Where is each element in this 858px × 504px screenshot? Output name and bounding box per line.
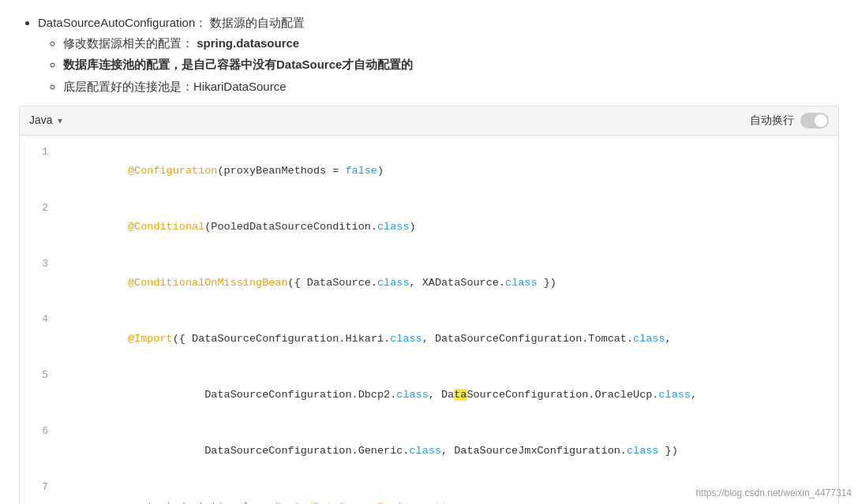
- code-text: protected static class PooledDataSourceC…: [64, 479, 460, 504]
- language-label: Java: [29, 111, 53, 130]
- line-number: 2: [29, 200, 48, 218]
- sub-item-2-text: 数据库连接池的配置，是自己容器中没有DataSource才自动配置的: [63, 58, 413, 71]
- chevron-down-icon: ▾: [58, 113, 62, 129]
- datasource-bold: spring.datasource: [197, 36, 299, 50]
- code-text: @Import({ DataSourceConfiguration.Hikari…: [64, 311, 672, 367]
- line-number: 5: [29, 367, 48, 385]
- code-line-5: 5 DataSourceConfiguration.Dbcp2.class, D…: [20, 367, 838, 423]
- code-body: 1 @Configuration(proxyBeanMethods = fals…: [20, 136, 838, 504]
- code-text: @Conditional(PooledDataSourceCondition.c…: [64, 200, 416, 256]
- code-block: Java ▾ 自动换行 1 @Configuration(proxyBeanMe…: [19, 106, 839, 504]
- sub-item-2: 数据库连接池的配置，是自己容器中没有DataSource才自动配置的: [63, 54, 839, 75]
- code-text: @ConditionalOnMissingBean({ DataSource.c…: [64, 256, 556, 312]
- auto-wrap-label: 自动换行: [750, 111, 794, 130]
- code-text: @Configuration(proxyBeanMethods = false): [64, 144, 384, 200]
- code-line-1: 1 @Configuration(proxyBeanMethods = fals…: [20, 144, 838, 200]
- line-number: 7: [29, 479, 48, 497]
- language-selector[interactable]: Java ▾: [29, 111, 62, 130]
- content-area: DataSourceAutoConfiguration： 数据源的自动配置 修改…: [19, 13, 839, 504]
- line-number: 1: [29, 144, 48, 162]
- line-number: 3: [29, 256, 48, 274]
- code-line-6: 6 DataSourceConfiguration.Generic.class,…: [20, 423, 838, 479]
- sub-item-3: 底层配置好的连接池是：HikariDataSource: [63, 77, 839, 97]
- code-text: DataSourceConfiguration.Dbcp2.class, Dat…: [64, 367, 697, 423]
- code-toolbar: Java ▾ 自动换行: [20, 106, 838, 136]
- line-number: 4: [29, 311, 48, 329]
- item-label: DataSourceAutoConfiguration：: [38, 16, 207, 29]
- auto-wrap-control[interactable]: 自动换行: [750, 111, 829, 130]
- code-line-4: 4 @Import({ DataSourceConfiguration.Hika…: [20, 311, 838, 367]
- auto-wrap-toggle[interactable]: [800, 113, 829, 129]
- list-item-datasource-auto: DataSourceAutoConfiguration： 数据源的自动配置 修改…: [38, 13, 839, 96]
- line-number: 6: [29, 423, 48, 441]
- code-text: DataSourceConfiguration.Generic.class, D…: [64, 423, 678, 479]
- code-line-2: 2 @Conditional(PooledDataSourceCondition…: [20, 200, 838, 256]
- sub-item-1: 修改数据源相关的配置： spring.datasource: [63, 33, 839, 54]
- code-line-3: 3 @ConditionalOnMissingBean({ DataSource…: [20, 256, 838, 312]
- item-desc: 数据源的自动配置: [210, 16, 305, 29]
- main-list-top: DataSourceAutoConfiguration： 数据源的自动配置 修改…: [19, 13, 839, 96]
- sub-list: 修改数据源相关的配置： spring.datasource 数据库连接池的配置，…: [38, 33, 839, 97]
- footer-link: https://blog.csdn.net/weixin_4477314: [696, 485, 852, 501]
